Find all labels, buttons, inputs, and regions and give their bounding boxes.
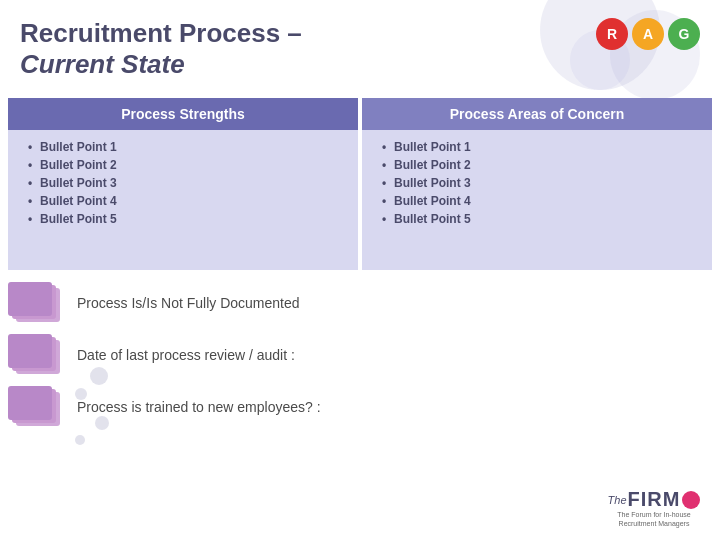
list-item: Bullet Point 1 bbox=[382, 140, 700, 154]
bottom-item-2: Date of last process review / audit : bbox=[8, 334, 712, 376]
rag-indicators: R A G bbox=[596, 18, 700, 50]
concerns-body: Bullet Point 1 Bullet Point 2 Bullet Poi… bbox=[362, 130, 712, 270]
rag-red: R bbox=[596, 18, 628, 50]
list-item: Bullet Point 4 bbox=[382, 194, 700, 208]
list-item: Bullet Point 3 bbox=[382, 176, 700, 190]
logo-the: The bbox=[608, 494, 627, 506]
logo-subtitle: The Forum for In-house Recruitment Manag… bbox=[604, 511, 704, 528]
concerns-header: Process Areas of Concern bbox=[362, 98, 712, 130]
firm-logo-icon bbox=[682, 491, 700, 509]
title-line1: Recruitment Process – bbox=[20, 18, 302, 48]
list-item: Bullet Point 3 bbox=[28, 176, 346, 190]
two-col-section: Process Strengths Bullet Point 1 Bullet … bbox=[8, 98, 712, 270]
decor-small-4 bbox=[75, 435, 85, 445]
list-item: Bullet Point 2 bbox=[28, 158, 346, 172]
list-item: Bullet Point 1 bbox=[28, 140, 346, 154]
pages-icon-1 bbox=[8, 282, 63, 324]
page-sheet bbox=[8, 386, 52, 420]
firm-logo: The FIRM The Forum for In-house Recruitm… bbox=[604, 488, 704, 528]
strengths-body: Bullet Point 1 Bullet Point 2 Bullet Poi… bbox=[8, 130, 358, 270]
list-item: Bullet Point 5 bbox=[382, 212, 700, 226]
bottom-item-1: Process Is/Is Not Fully Documented bbox=[8, 282, 712, 324]
concerns-list: Bullet Point 1 Bullet Point 2 Bullet Poi… bbox=[382, 140, 700, 226]
page-sheet bbox=[8, 334, 52, 368]
logo-firm: FIRM bbox=[628, 488, 681, 511]
page: Recruitment Process – Current State R A … bbox=[0, 0, 720, 540]
rag-amber: A bbox=[632, 18, 664, 50]
rag-green: G bbox=[668, 18, 700, 50]
bottom-text-3: Process is trained to new employees? : bbox=[77, 399, 321, 415]
bottom-text-1: Process Is/Is Not Fully Documented bbox=[77, 295, 300, 311]
header: Recruitment Process – Current State R A … bbox=[0, 0, 720, 90]
strengths-header: Process Strengths bbox=[8, 98, 358, 130]
list-item: Bullet Point 4 bbox=[28, 194, 346, 208]
pages-icon-3 bbox=[8, 386, 63, 428]
bottom-text-2: Date of last process review / audit : bbox=[77, 347, 295, 363]
bottom-section: Process Is/Is Not Fully Documented Date … bbox=[8, 282, 712, 428]
page-sheet bbox=[8, 282, 52, 316]
pages-icon-2 bbox=[8, 334, 63, 376]
concerns-column: Process Areas of Concern Bullet Point 1 … bbox=[362, 98, 712, 270]
list-item: Bullet Point 2 bbox=[382, 158, 700, 172]
title-line2: Current State bbox=[20, 49, 185, 79]
strengths-list: Bullet Point 1 Bullet Point 2 Bullet Poi… bbox=[28, 140, 346, 226]
bottom-item-3: Process is trained to new employees? : bbox=[8, 386, 712, 428]
strengths-column: Process Strengths Bullet Point 1 Bullet … bbox=[8, 98, 358, 270]
list-item: Bullet Point 5 bbox=[28, 212, 346, 226]
